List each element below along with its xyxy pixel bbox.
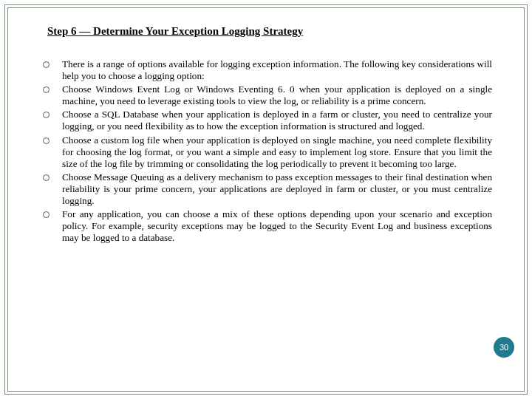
list-item: Choose a SQL Database when your applicat… (40, 109, 492, 132)
list-item: There is a range of options available fo… (40, 58, 492, 82)
bullet-list: There is a range of options available fo… (40, 58, 492, 244)
list-item: Choose a custom log file when your appli… (40, 134, 492, 170)
page-number: 30 (499, 343, 508, 352)
page-number-badge: 30 (494, 337, 514, 358)
list-item: For any application, you can choose a mi… (40, 208, 492, 244)
list-item: Choose Windows Event Log or Windows Even… (40, 83, 492, 107)
slide-heading: Step 6 — Determine Your Exception Loggin… (47, 25, 492, 38)
list-item: Choose Message Queuing as a delivery mec… (40, 171, 492, 207)
